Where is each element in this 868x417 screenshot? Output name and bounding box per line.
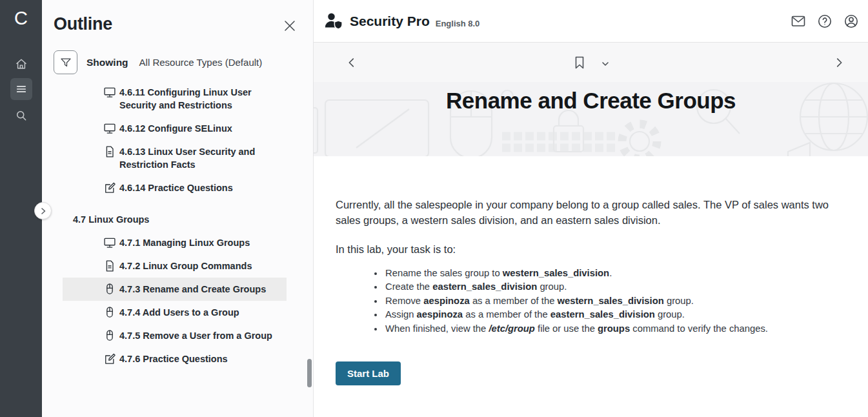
document-icon (103, 145, 116, 158)
video-icon (103, 86, 116, 99)
outline-section-row[interactable]: 4.7 Linux Groups (63, 208, 287, 231)
task-text-segment: aespinoza (417, 309, 463, 320)
lesson-task-intro: In this lab, your task is to: (336, 243, 834, 256)
search-icon[interactable] (10, 105, 32, 127)
task-item: Rename the sales group to western_sales_… (384, 267, 834, 281)
filter-funnel-icon[interactable] (54, 50, 77, 74)
main-content: Security Pro English 8.0 (313, 0, 868, 417)
menu-icon[interactable] (10, 78, 32, 100)
filter-row: Showing All Resource Types (Default) (54, 50, 301, 74)
task-text-segment: group. (655, 309, 685, 320)
lab-mouse-icon (103, 306, 116, 319)
task-text-segment: Assign (385, 309, 417, 320)
account-icon[interactable] (843, 14, 859, 29)
course-header: Security Pro English 8.0 (314, 0, 868, 43)
title-banner: Rename and Create Groups (314, 82, 868, 156)
outline-item-label: 4.7.2 Linux Group Commands (119, 259, 252, 272)
task-text-segment: eastern_sales_division (550, 309, 655, 320)
outline-item-row[interactable]: 4.7.6 Practice Questions (63, 347, 287, 371)
task-text-segment: aespinoza (423, 296, 470, 306)
back-chevron-icon[interactable] (345, 56, 359, 70)
task-text-segment: as a member of the (463, 309, 550, 320)
app-window: C Outline (0, 0, 868, 417)
outline-item-row[interactable]: 4.6.13 Linux User Security and Restricti… (63, 140, 287, 176)
video-icon (103, 236, 116, 249)
outline-item-row[interactable]: 4.6.11 Configuring Linux User Security a… (63, 81, 287, 117)
task-item: Assign aespinoza as a member of the east… (384, 308, 834, 322)
bookmark-group (572, 55, 611, 70)
chevron-down-icon[interactable] (600, 59, 611, 69)
lesson-body: Currently, all the salespeople in your c… (314, 156, 868, 385)
video-icon (103, 122, 116, 135)
person-shield-icon (324, 12, 343, 31)
task-text-segment: groups (598, 323, 630, 334)
lab-mouse-icon (103, 283, 116, 296)
task-list: Rename the sales group to western_sales_… (384, 267, 834, 336)
outline-item-label: 4.7.5 Remove a User from a Group (119, 329, 272, 342)
task-text-segment: western_sales_division (503, 268, 609, 278)
product-title: Security Pro (350, 14, 430, 29)
start-lab-button[interactable]: Start Lab (336, 361, 401, 385)
outline-title: Outline (54, 14, 301, 34)
task-text-segment: Remove (385, 296, 423, 306)
outline-item-row[interactable]: 4.6.12 Configure SELinux (63, 117, 287, 140)
outline-item-row[interactable]: 4.7.3 Rename and Create Groups (63, 278, 287, 301)
outline-item-label: 4.6.12 Configure SELinux (119, 122, 232, 135)
outline-item-label: 4.7.6 Practice Questions (119, 352, 228, 365)
task-text-segment: as a member of the (470, 296, 558, 306)
filter-value[interactable]: All Resource Types (Default) (139, 57, 263, 68)
task-text-segment: eastern_sales_division (432, 281, 537, 292)
product-edition: English 8.0 (436, 19, 480, 28)
task-text-segment: file or use the (535, 323, 598, 334)
task-item: Create the eastern_sales_division group. (384, 280, 834, 294)
task-text-segment: /etc/group (489, 323, 535, 334)
outline-section-row[interactable]: 4.8 Remote Access (63, 379, 287, 385)
outline-item-row[interactable]: 4.7.4 Add Users to a Group (63, 301, 287, 324)
lab-mouse-icon (103, 329, 116, 342)
lesson-title: Rename and Create Groups (314, 82, 868, 114)
bookmark-icon[interactable] (572, 55, 587, 70)
close-icon[interactable] (282, 18, 298, 34)
outline-item-label: 4.6.14 Practice Questions (119, 181, 233, 194)
task-text-segment: western_sales_division (557, 296, 663, 306)
outline-item-label: 4.6.13 Linux User Security and Restricti… (119, 145, 284, 171)
task-item: When finished, view the /etc/group file … (384, 322, 834, 336)
home-icon[interactable] (10, 53, 32, 75)
lesson-paragraph: Currently, all the salespeople in your c… (336, 198, 834, 229)
practice-questions-icon (103, 181, 116, 194)
document-icon (103, 259, 116, 272)
panel-expand-button[interactable] (34, 202, 52, 219)
task-item: Remove aespinoza as a member of the west… (384, 294, 834, 309)
task-text-segment: command to verify the changes. (630, 323, 768, 334)
outline-scrollbar-thumb[interactable] (307, 359, 312, 387)
outline-item-row[interactable]: 4.6.14 Practice Questions (63, 176, 287, 199)
forward-chevron-icon[interactable] (832, 56, 846, 70)
outline-item-label: 4.6.11 Configuring Linux User Security a… (119, 86, 284, 112)
outline-panel: Outline Showing All Resource Types (Defa… (42, 0, 313, 417)
outline-item-row[interactable]: 4.7.1 Managing Linux Groups (63, 231, 287, 254)
task-text-segment: When finished, view the (385, 323, 489, 334)
outline-item-row[interactable]: 4.7.2 Linux Group Commands (63, 254, 287, 278)
outline-item-label: 4.8 Remote Access (73, 384, 158, 385)
outline-list: 4.6.11 Configuring Linux User Security a… (42, 81, 313, 385)
outline-item-label: 4.7.3 Rename and Create Groups (119, 283, 266, 296)
outline-header: Outline (42, 0, 313, 34)
help-icon[interactable] (817, 14, 833, 29)
task-text-segment: Rename the sales group to (385, 268, 503, 278)
task-text-segment: group. (664, 296, 694, 306)
task-text-segment: group. (537, 281, 567, 292)
header-actions (791, 14, 859, 29)
brand-c-logo: C (0, 8, 42, 29)
outline-item-label: 4.7 Linux Groups (73, 213, 149, 226)
task-text-segment: . (609, 268, 612, 278)
lesson-navbar (314, 43, 868, 82)
mail-icon[interactable] (791, 14, 806, 29)
outline-item-label: 4.7.1 Managing Linux Groups (119, 236, 250, 249)
practice-questions-icon (103, 352, 116, 365)
outline-item-label: 4.7.4 Add Users to a Group (119, 306, 239, 319)
task-text-segment: Create the (385, 281, 432, 292)
outline-item-row[interactable]: 4.7.5 Remove a User from a Group (63, 324, 287, 347)
filter-showing-label: Showing (86, 57, 128, 68)
